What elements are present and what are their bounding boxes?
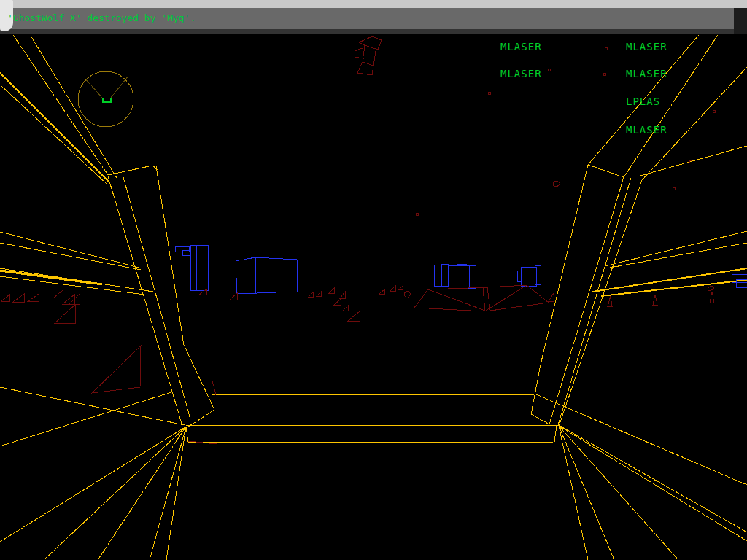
cockpit-strut-left-upper [0,35,152,184]
target-bracket [103,98,111,102]
wireframe-scene [0,0,747,560]
weapon-label-left-2: MLASER [500,68,542,79]
blue-ship-5 [517,265,541,286]
cockpit-fan-left [0,427,186,560]
blue-ship-2 [236,257,297,294]
weapon-label-left-1: MLASER [500,41,542,52]
titlebar: 'GhostWolf_X' destroyed by 'Myg'. [0,0,747,34]
debris-triangles-left [1,290,141,393]
debris-triangles-center [309,286,410,321]
blue-ship-4 [449,264,476,288]
weapon-label-right-1: MLASER [626,41,667,52]
debris-near-pillar [188,289,237,444]
weapon-label-right-3: LPLAS [626,96,660,107]
blue-ship-3 [434,264,448,286]
kill-message: 'GhostWolf_X' destroyed by 'Myg'. [7,12,196,23]
game-viewport[interactable]: MLASER MLASER MLASER MLASER LPLAS MLASER [0,0,747,560]
titlebar-right-end [734,8,747,34]
lead-line-left [85,78,103,98]
lead-line-right [110,76,128,98]
terrain-wreckage [414,285,554,311]
wreck-top-center [355,36,382,75]
cockpit-strut-right-mid [592,231,747,296]
weapon-label-right-2: MLASER [626,68,667,79]
cockpit-floor [0,387,747,532]
titlebar-top-strip [0,0,747,8]
cockpit-pillar-left [108,166,214,427]
debris-dots [416,47,715,215]
cockpit-fan-right [559,426,747,560]
blue-ship-1 [175,245,208,290]
titlebar-bottom-edge [0,29,734,34]
weapon-label-right-4: MLASER [626,124,667,136]
cockpit-pillar-right [531,165,642,427]
cockpit-strut-left-mid [0,232,153,295]
cockpit-strut-right-upper [588,35,747,180]
targeting-reticle [78,71,133,127]
